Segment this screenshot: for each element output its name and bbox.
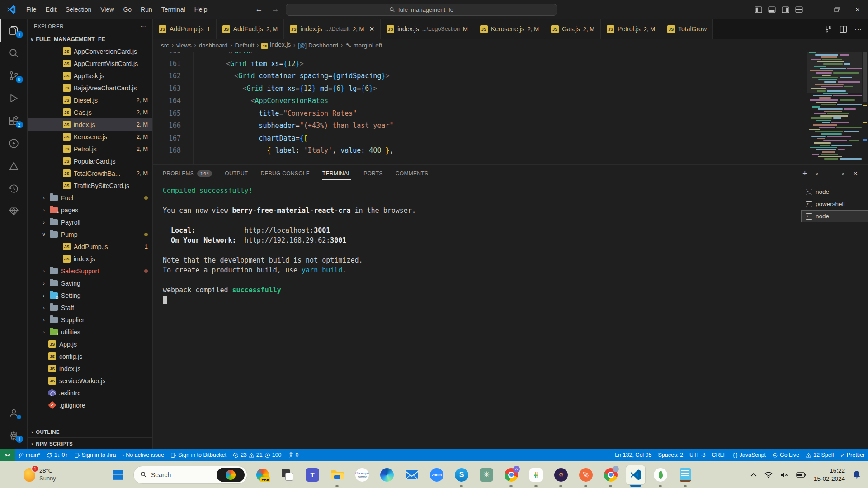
- weather-widget[interactable]: 1 28°C Sunny: [0, 467, 108, 482]
- more-actions-icon[interactable]: ⋯: [854, 25, 862, 33]
- taskbar-mongodb-icon[interactable]: [651, 465, 670, 484]
- taskbar-zoom-icon[interactable]: zoom: [427, 465, 446, 484]
- activity-settings-icon[interactable]: 1: [0, 424, 28, 446]
- compare-changes-icon[interactable]: [825, 25, 832, 33]
- copilot-icon[interactable]: [217, 468, 245, 482]
- tree-item-utilities[interactable]: ›+utilities: [28, 326, 152, 338]
- tab-kerosene-js[interactable]: JSKerosene.js2, M: [474, 19, 545, 39]
- taskbar-search[interactable]: Search: [133, 466, 247, 484]
- status-go-live[interactable]: Go Live: [769, 449, 802, 461]
- tab-totalgrow[interactable]: JSTotalGrow: [661, 19, 713, 39]
- status-cursor-pos[interactable]: Ln 132, Col 95: [612, 449, 655, 461]
- taskbar-chrome-icon[interactable]: A: [502, 465, 521, 484]
- toggle-primary-sidebar-icon[interactable]: [751, 0, 765, 19]
- taskbar-skype-icon[interactable]: S: [452, 465, 471, 484]
- new-terminal-icon[interactable]: +: [802, 169, 807, 178]
- forward-button[interactable]: →: [269, 5, 281, 14]
- tree-item-config-js[interactable]: JSconfig.js: [28, 350, 152, 362]
- tree-item-fuel[interactable]: ›Fuel: [28, 192, 152, 204]
- terminal-instance-node[interactable]: >_node: [801, 210, 868, 222]
- explorer-more-actions-icon[interactable]: ···: [140, 23, 146, 29]
- status-feedback[interactable]: 0: [285, 449, 302, 461]
- tree-item-serviceworker-js[interactable]: JSserviceWorker.js: [28, 375, 152, 387]
- clock[interactable]: 16:22 15-02-2024: [814, 467, 845, 483]
- volume-mute-icon[interactable]: [780, 472, 788, 478]
- tree-item-saving[interactable]: ›Saving: [28, 277, 152, 289]
- breadcrumb-dashboard[interactable]: dashboard: [199, 42, 228, 49]
- taskbar-hotstar-icon[interactable]: Disney+hotstar: [353, 465, 372, 484]
- tree-item-kerosene-js[interactable]: JSKerosene.js2, M: [28, 131, 152, 143]
- breadcrumb-src[interactable]: src: [161, 42, 169, 49]
- taskbar-teams-icon[interactable]: T: [303, 465, 322, 484]
- status-spell[interactable]: 12 Spell: [802, 449, 837, 461]
- activity-run-debug-icon[interactable]: [0, 87, 28, 109]
- tree-item-appconversioncard-js[interactable]: JSAppConversionCard.js: [28, 45, 152, 57]
- tree-item--eslintrc[interactable]: .eslintrc: [28, 387, 152, 399]
- breadcrumb-index-js[interactable]: JSindex.js: [261, 41, 291, 50]
- terminal-dropdown-icon[interactable]: ∨: [816, 171, 819, 176]
- tree-item-staff[interactable]: ›Staff: [28, 301, 152, 314]
- toggle-secondary-sidebar-icon[interactable]: [778, 0, 792, 19]
- customize-layout-icon[interactable]: [792, 0, 806, 19]
- activity-extensions-icon[interactable]: 2: [0, 109, 28, 132]
- activity-explorer-icon[interactable]: 1: [0, 19, 28, 42]
- breadcrumb-marginleft[interactable]: 🔧︎marginLeft: [345, 42, 382, 49]
- status-bitbucket[interactable]: Sign in to Bitbucket: [167, 449, 230, 461]
- tree-item-totalgrowthba-[interactable]: JSTotalGrowthBa...2, M: [28, 167, 152, 179]
- tree-item-petrol-js[interactable]: JSPetrol.js2, M: [28, 143, 152, 155]
- status-issue[interactable]: ›No active issue: [119, 449, 167, 461]
- activity-thunder-icon[interactable]: [0, 132, 28, 155]
- status-jira[interactable]: Sign in to Jira: [71, 449, 119, 461]
- menu-terminal[interactable]: Terminal: [157, 4, 190, 15]
- tree-item-appcurrentvisitcard-js[interactable]: JSAppCurrentVisitCard.js: [28, 57, 152, 70]
- status-sync[interactable]: 1↓ 0↑: [43, 449, 71, 461]
- tree-item-popularcard-js[interactable]: JSPopularCard.js: [28, 155, 152, 167]
- status-encoding[interactable]: UTF-8: [686, 449, 708, 461]
- activity-beaker-icon[interactable]: [0, 155, 28, 177]
- tree-item-apptask-js[interactable]: JSAppTask.js: [28, 70, 152, 82]
- taskbar-copilot-pre-icon[interactable]: PRE: [253, 465, 272, 484]
- breadcrumb-views[interactable]: views: [176, 42, 192, 49]
- close-tab-icon[interactable]: ✕: [369, 25, 374, 33]
- minimap[interactable]: [807, 52, 862, 164]
- toggle-panel-icon[interactable]: [765, 0, 778, 19]
- tree-item-supplier[interactable]: ›Supplier: [28, 314, 152, 326]
- battery-icon[interactable]: [796, 472, 806, 478]
- menu-edit[interactable]: Edit: [41, 4, 61, 15]
- taskbar-task-view-icon[interactable]: [278, 465, 297, 484]
- taskbar-notepad-icon[interactable]: [676, 465, 695, 484]
- tree-item-salessupport[interactable]: ›SalesSupport: [28, 265, 152, 277]
- notifications-bell-icon[interactable]: [853, 470, 861, 479]
- menu-view[interactable]: View: [96, 4, 118, 15]
- restore-button[interactable]: [826, 0, 847, 19]
- panel-tab-problems[interactable]: PROBLEMS144: [163, 165, 212, 182]
- menu-go[interactable]: Go: [118, 4, 136, 15]
- tab-index-js[interactable]: JSindex.js...\LogoSectionM: [381, 19, 474, 39]
- status-eol[interactable]: CRLF: [709, 449, 730, 461]
- tree-item-setting[interactable]: ›⚙Setting: [28, 289, 152, 301]
- menu-run[interactable]: Run: [136, 4, 157, 15]
- tab-index-js[interactable]: JSindex.js...\Default2, M✕: [284, 19, 381, 39]
- menu-selection[interactable]: Selection: [61, 4, 96, 15]
- panel-tab-output[interactable]: OUTPUT: [225, 165, 248, 182]
- panel-tab-ports[interactable]: PORTS: [363, 165, 383, 182]
- taskbar-mail-icon[interactable]: [402, 465, 421, 484]
- panel-tab-debug-console[interactable]: DEBUG CONSOLE: [261, 165, 310, 182]
- tree-item-gas-js[interactable]: JSGas.js2, M: [28, 106, 152, 118]
- tab-petrol-js[interactable]: JSPetrol.js2, M: [601, 19, 661, 39]
- status-problems[interactable]: 2321100: [230, 449, 285, 461]
- minimize-button[interactable]: —: [806, 0, 826, 19]
- taskbar-vscode-icon[interactable]: [626, 465, 645, 484]
- taskbar-start-icon[interactable]: [108, 465, 127, 484]
- tree-item-index-js[interactable]: JSindex.js: [28, 362, 152, 375]
- section-npm-scripts[interactable]: ›NPM SCRIPTS: [28, 437, 152, 449]
- taskbar-eclipse-icon[interactable]: ⚙: [552, 465, 571, 484]
- editor-scrollbar[interactable]: [862, 52, 868, 164]
- tree-item--gitignore[interactable]: .gitignore: [28, 399, 152, 411]
- project-root-folder[interactable]: ∨ FULE_MANAGEMENT_FE: [28, 33, 152, 45]
- tree-item-pages[interactable]: ›•pages: [28, 204, 152, 216]
- menu-help[interactable]: Help: [190, 4, 212, 15]
- activity-account-icon[interactable]: [0, 401, 28, 424]
- menu-file[interactable]: File: [22, 4, 41, 15]
- activity-history-icon[interactable]: [0, 177, 28, 200]
